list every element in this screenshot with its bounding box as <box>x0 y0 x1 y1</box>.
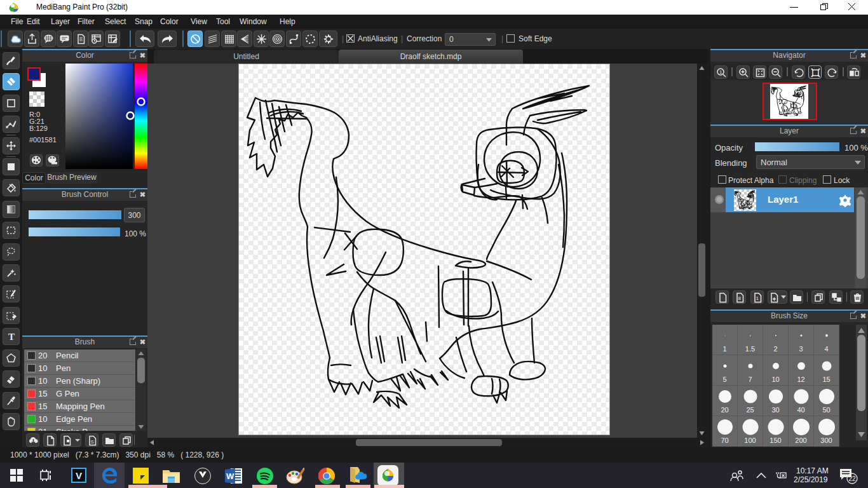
svg-text:22: 22 <box>849 475 857 482</box>
svg-text:S: S <box>91 439 94 445</box>
svg-text:8: 8 <box>738 295 742 301</box>
svg-text:T: T <box>8 332 15 342</box>
svg-text:W: W <box>226 471 234 481</box>
svg-text:1: 1 <box>756 295 759 301</box>
svg-text:1: 1 <box>719 69 722 75</box>
